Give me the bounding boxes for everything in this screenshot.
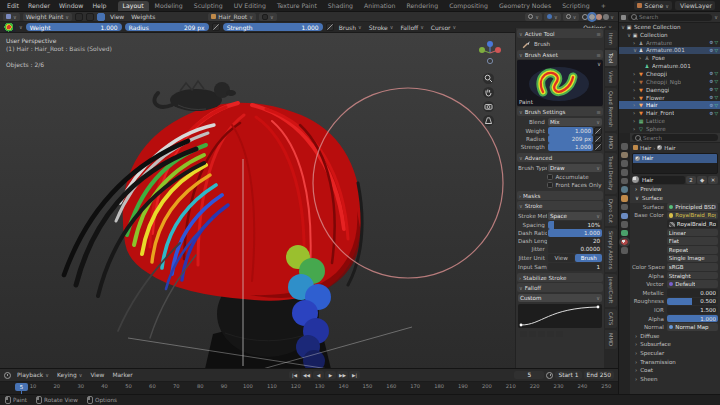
sidebar-tab[interactable]: CATS bbox=[605, 309, 617, 328]
workspace-tab[interactable]: UV Editing bbox=[229, 1, 271, 11]
property-value[interactable]: Default bbox=[667, 280, 718, 288]
segment-option[interactable]: View bbox=[548, 254, 575, 262]
playback-button[interactable]: |◀ bbox=[289, 371, 300, 379]
preview-section-header[interactable]: › Preview bbox=[630, 185, 720, 194]
outliner-display-mode-icon[interactable] bbox=[621, 15, 626, 20]
playback-menu[interactable]: Playback∨ bbox=[15, 372, 51, 378]
sidebar-tab[interactable]: MMD bbox=[605, 133, 617, 152]
tab-viewlayer[interactable] bbox=[621, 169, 628, 176]
pressure-toggle-icon[interactable] bbox=[594, 135, 602, 143]
collapsed-section[interactable]: › Diffuse bbox=[630, 332, 720, 341]
tab-scene[interactable] bbox=[621, 178, 628, 185]
camera-view-button[interactable] bbox=[483, 101, 494, 112]
workspace-tab[interactable]: Modeling bbox=[150, 1, 188, 11]
value-field[interactable]: 20 bbox=[548, 237, 602, 245]
property-value[interactable]: Single Image bbox=[667, 255, 718, 263]
weight-slider[interactable]: Weight 1.000 bbox=[26, 23, 122, 31]
tab-world[interactable] bbox=[621, 186, 628, 193]
falloff-preset-dropdown[interactable]: Custom ∨ bbox=[518, 294, 602, 302]
outliner-row[interactable]: ∨ ▣ Scene Collection ⚙ ▽ bbox=[619, 23, 720, 31]
outliner-row[interactable]: › ▽ Sphere ⚙ ▽ bbox=[619, 125, 720, 133]
property-value[interactable]: Straight bbox=[667, 272, 718, 280]
value-slider[interactable]: 1.000 bbox=[548, 143, 593, 151]
brush-settings-header[interactable]: ∨ Brush Settings ≡ bbox=[517, 107, 603, 116]
mesh-data-icon[interactable]: ▽ bbox=[714, 71, 718, 76]
workspace-tab[interactable]: Shading bbox=[323, 1, 358, 11]
material-slot[interactable]: Hair bbox=[633, 154, 717, 163]
use-preview-range-icon[interactable] bbox=[546, 372, 553, 379]
brush-type-dropdown[interactable]: Draw ∨ bbox=[548, 164, 602, 172]
outliner-row[interactable]: › ▼ Cheopji ⚙ ▽ bbox=[619, 70, 720, 78]
mesh-data-icon[interactable]: ▽ bbox=[714, 111, 718, 116]
value-field[interactable]: 10% bbox=[548, 221, 602, 229]
proportional-edit-button[interactable]: ∨ bbox=[544, 13, 561, 21]
topbar-menu-item[interactable]: Help bbox=[90, 2, 108, 9]
outliner-row[interactable]: ∨ ▣ Collection ⚙ ▽ bbox=[619, 31, 720, 39]
property-value[interactable]: RoyalBraid_RoyalViolet.p.. bbox=[667, 212, 718, 220]
outliner-row[interactable]: › ▼ Cheopji_Ngb ⚙ ▽ bbox=[619, 78, 720, 86]
tab-texture[interactable] bbox=[621, 247, 628, 254]
input-samples-field[interactable]: 1 bbox=[548, 263, 602, 271]
stroke-method-dropdown[interactable]: Space ∨ bbox=[548, 212, 602, 220]
playhead[interactable]: 5 bbox=[15, 383, 28, 391]
topbar-menu-item[interactable]: Edit bbox=[5, 2, 21, 9]
checkbox[interactable] bbox=[547, 182, 553, 188]
workspace-tab[interactable]: Animation bbox=[359, 1, 401, 11]
mesh-data-icon[interactable]: ▽ bbox=[714, 79, 718, 84]
material-slot-list[interactable]: Hair bbox=[632, 153, 718, 174]
rendered-shading-icon[interactable] bbox=[603, 14, 609, 20]
property-value[interactable]: 0.000 bbox=[667, 289, 718, 297]
tab-object-data[interactable] bbox=[621, 230, 628, 237]
stabilize-stroke-header[interactable]: › Stabilize Stroke bbox=[517, 273, 603, 282]
value-field[interactable]: 1.000 bbox=[548, 229, 602, 237]
playback-button[interactable]: ▶▶ bbox=[337, 371, 348, 379]
checkbox-row[interactable]: Accumulate bbox=[518, 173, 602, 181]
falloff-preset-icon[interactable] bbox=[556, 331, 563, 337]
modifier-icon[interactable]: ⚙ bbox=[709, 79, 713, 84]
sidebar-tab[interactable]: Quad Remesh bbox=[605, 88, 617, 130]
face-mask-toggle-icon[interactable] bbox=[75, 13, 83, 21]
mesh-data-icon[interactable]: ▽ bbox=[714, 40, 718, 45]
falloff-header[interactable]: ∨ Falloff bbox=[517, 283, 603, 292]
tab-particles[interactable] bbox=[621, 213, 628, 220]
view-menu[interactable]: View bbox=[108, 13, 126, 20]
surface-section-header[interactable]: ∨ Surface bbox=[630, 194, 720, 203]
overlays-button[interactable]: ∨ bbox=[563, 13, 580, 21]
outliner-row[interactable]: › ▼ Flower ⚙ ▽ bbox=[619, 94, 720, 102]
checkbox-row[interactable]: Front Faces Only bbox=[518, 181, 602, 189]
modifier-icon[interactable]: ⚙ bbox=[709, 71, 713, 76]
tab-tool[interactable] bbox=[621, 143, 628, 150]
properties-search-input[interactable]: Search bbox=[632, 134, 718, 141]
workspace-tab[interactable]: Texture Paint bbox=[272, 1, 322, 11]
tab-render[interactable] bbox=[621, 152, 628, 159]
blend-dropdown[interactable]: Mix ∨ bbox=[548, 118, 602, 126]
property-value[interactable]: 1.500 bbox=[667, 306, 718, 314]
strength-slider[interactable]: Strength 1.000 bbox=[223, 23, 323, 31]
perspective-toggle-button[interactable] bbox=[483, 115, 494, 126]
brush-asset-header[interactable]: ∨ Brush Asset ≡ bbox=[517, 50, 603, 59]
mesh-data-icon[interactable]: ▽ bbox=[714, 103, 718, 108]
sidebar-tab[interactable]: JewelCraft bbox=[605, 274, 617, 306]
radius-slider[interactable]: Radius 209 px bbox=[125, 23, 209, 31]
falloff-menu[interactable]: Falloff∨ bbox=[398, 24, 425, 31]
weights-menu[interactable]: Weights bbox=[129, 13, 157, 20]
property-value[interactable]: Linear bbox=[667, 229, 718, 237]
playback-button[interactable]: ◀◀ bbox=[301, 371, 312, 379]
editor-type-button[interactable]: ∨ bbox=[3, 13, 20, 21]
workspace-tab[interactable]: Compositing bbox=[444, 1, 493, 11]
outliner-row[interactable]: › ♙ Pose ⚙ ▽ bbox=[619, 54, 720, 62]
property-value[interactable]: Repeat bbox=[667, 246, 718, 254]
tab-material[interactable] bbox=[621, 239, 628, 246]
outliner-row[interactable]: › ▼ Hair ⚙ ▽ bbox=[619, 101, 720, 109]
material-name-field[interactable]: Hair bbox=[640, 176, 685, 184]
workspace-tab[interactable]: Layout bbox=[118, 1, 149, 11]
collapsed-section[interactable]: › Subsurface bbox=[630, 340, 720, 349]
outliner-row[interactable]: › ▼ Hair_Front ⚙ ▽ bbox=[619, 109, 720, 117]
group-lock-button[interactable]: ∨ bbox=[259, 13, 277, 21]
playback-button[interactable]: ◀ bbox=[313, 371, 324, 379]
falloff-preset-icon[interactable] bbox=[538, 331, 545, 337]
falloff-preset-icon[interactable] bbox=[520, 331, 527, 337]
outliner-row[interactable]: › ▦ Lattice ⚙ ▽ bbox=[619, 117, 720, 125]
stroke-menu[interactable]: Stroke∨ bbox=[367, 24, 396, 31]
navigation-gizmo[interactable] bbox=[476, 39, 504, 67]
